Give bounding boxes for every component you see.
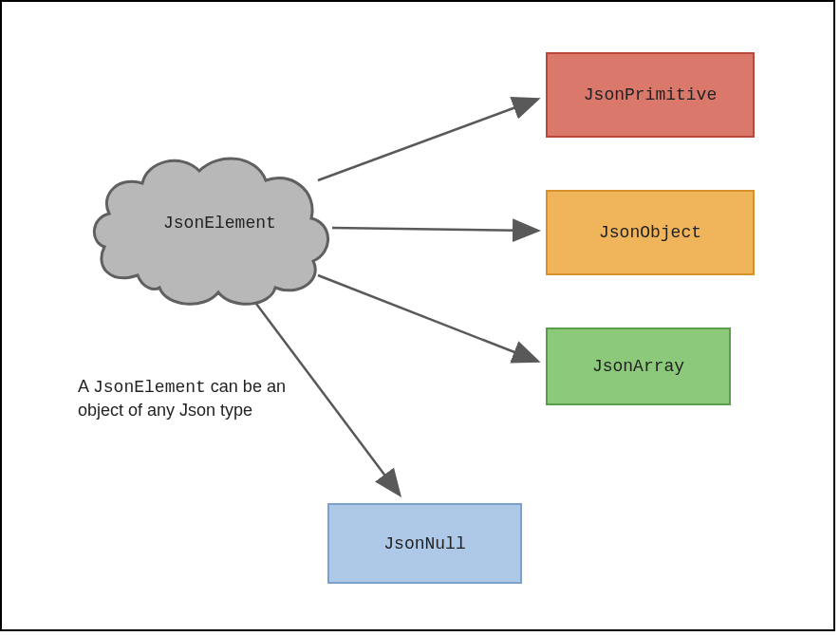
jsonobject-label: JsonObject [599,223,701,242]
jsonarray-label: JsonArray [592,357,684,376]
caption-mono: JsonElement [93,378,206,397]
jsonarray-box: JsonArray [546,327,731,405]
jsonobject-box: JsonObject [546,190,755,275]
jsonprimitive-box: JsonPrimitive [546,52,755,138]
jsonnull-box: JsonNull [327,503,522,584]
caption-text: A JsonElement can be an object of any Js… [78,375,315,422]
caption-part-a: A [78,377,93,396]
jsonnull-label: JsonNull [383,534,465,553]
jsonprimitive-label: JsonPrimitive [584,85,717,104]
jsonelement-label: JsonElement [163,214,276,233]
